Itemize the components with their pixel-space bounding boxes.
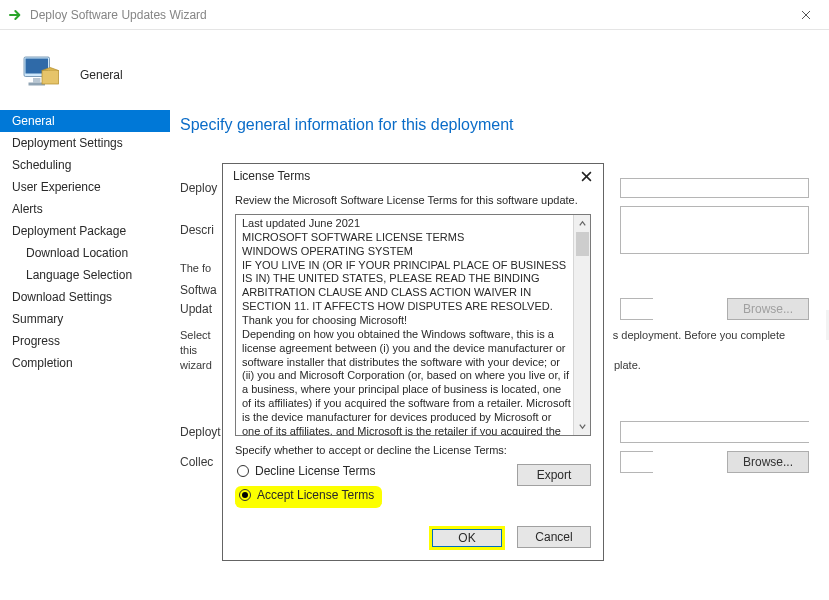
scroll-up-icon[interactable] bbox=[574, 215, 591, 232]
nav-summary[interactable]: Summary bbox=[0, 308, 170, 330]
dialog-close-button[interactable] bbox=[575, 165, 597, 187]
cancel-button[interactable]: Cancel bbox=[517, 526, 591, 548]
nav-general[interactable]: General bbox=[0, 110, 170, 132]
computer-package-icon bbox=[18, 51, 66, 99]
window-title: Deploy Software Updates Wizard bbox=[30, 8, 207, 22]
nav-scheduling[interactable]: Scheduling bbox=[0, 154, 170, 176]
software-update-group-input[interactable] bbox=[620, 298, 653, 320]
label-softwa-trunc: Softwa bbox=[180, 284, 220, 296]
nav-download-settings[interactable]: Download Settings bbox=[0, 286, 170, 308]
label-collec-trunc: Collec bbox=[180, 455, 220, 469]
wizard-page-name: General bbox=[80, 68, 123, 82]
license-terms-dialog: License Terms Review the Microsoft Softw… bbox=[222, 163, 604, 561]
wizard-header: General bbox=[0, 30, 829, 110]
eula-scrollbar[interactable] bbox=[573, 215, 590, 435]
dialog-title: License Terms bbox=[233, 169, 310, 183]
label-deploy-trunc: Deploy bbox=[180, 181, 220, 195]
nav-user-experience[interactable]: User Experience bbox=[0, 176, 170, 198]
label-updat-trunc: Updat bbox=[180, 302, 220, 316]
ok-button[interactable]: OK bbox=[429, 526, 505, 550]
radio-decline[interactable]: Decline License Terms bbox=[237, 464, 382, 478]
eula-text: Last updated June 2021 MICROSOFT SOFTWAR… bbox=[242, 217, 572, 436]
nav-progress[interactable]: Progress bbox=[0, 330, 170, 352]
eula-textbox[interactable]: Last updated June 2021 MICROSOFT SOFTWAR… bbox=[235, 214, 591, 436]
note-tail-b: plate. bbox=[614, 359, 641, 371]
nav-language-selection[interactable]: Language Selection bbox=[0, 264, 170, 286]
label-select-trunc: Select bbox=[180, 329, 211, 341]
nav-deployment-settings[interactable]: Deployment Settings bbox=[0, 132, 170, 154]
deployment-name-input[interactable] bbox=[620, 178, 809, 198]
window-close-button[interactable] bbox=[783, 0, 829, 30]
browse-button-disabled: Browse... bbox=[727, 298, 809, 320]
dialog-subinstruction: Specify whether to accept or decline the… bbox=[235, 444, 591, 456]
label-thefo-trunc: The fo bbox=[180, 262, 211, 274]
wizard-nav: General Deployment Settings Scheduling U… bbox=[0, 110, 170, 600]
collection-input[interactable] bbox=[620, 451, 653, 473]
label-wizard-trunc: wizard bbox=[180, 359, 212, 371]
browse-button[interactable]: Browse... bbox=[727, 451, 809, 473]
titlebar: Deploy Software Updates Wizard bbox=[0, 0, 829, 30]
radio-accept[interactable]: Accept License Terms bbox=[235, 486, 382, 508]
label-deployt-trunc: Deployt bbox=[180, 425, 220, 439]
deployment-template-input[interactable] bbox=[620, 421, 809, 443]
deploy-arrow-icon bbox=[8, 7, 24, 23]
nav-completion[interactable]: Completion bbox=[0, 352, 170, 374]
label-descr-trunc: Descri bbox=[180, 223, 220, 237]
nav-deployment-package[interactable]: Deployment Package bbox=[0, 220, 170, 242]
scroll-down-icon[interactable] bbox=[574, 418, 591, 435]
export-button[interactable]: Export bbox=[517, 464, 591, 486]
svg-rect-2 bbox=[33, 78, 41, 83]
radio-decline-label: Decline License Terms bbox=[255, 464, 376, 478]
radio-accept-label: Accept License Terms bbox=[257, 488, 374, 502]
scroll-thumb[interactable] bbox=[576, 232, 589, 256]
dialog-instruction: Review the Microsoft Software License Te… bbox=[235, 194, 591, 206]
page-title: Specify general information for this dep… bbox=[180, 116, 809, 134]
description-input[interactable] bbox=[620, 206, 809, 254]
nav-download-location[interactable]: Download Location bbox=[0, 242, 170, 264]
svg-rect-4 bbox=[42, 71, 59, 85]
nav-alerts[interactable]: Alerts bbox=[0, 198, 170, 220]
